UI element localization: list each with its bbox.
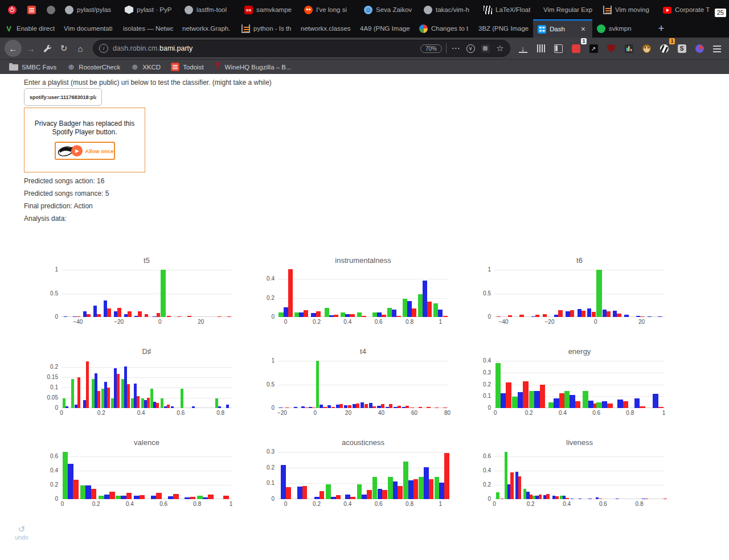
y-tick-label: 0	[255, 314, 275, 320]
badgerface-button[interactable]: 1	[657, 41, 671, 56]
hamburger-button[interactable]	[710, 41, 724, 56]
pinned-tab-power[interactable]	[2, 0, 22, 19]
bar	[623, 401, 629, 408]
tab-vim-moving[interactable]: Vim moving	[599, 0, 658, 19]
bar	[570, 395, 575, 408]
bar	[438, 310, 443, 317]
chart-title: valence	[62, 438, 232, 447]
gridline	[494, 385, 665, 385]
tab-enable-direct[interactable]: VEnable direct	[0, 19, 59, 38]
tab-corporate-t[interactable]: Corporate T	[658, 0, 718, 19]
tab-seva-zaikov[interactable]: ☺Seva Zaikov	[359, 0, 419, 19]
reload-button[interactable]: ↻	[56, 41, 71, 56]
toolbar-extension-area: ↓1↗1S	[515, 41, 724, 56]
tab-isolates-netwo[interactable]: isolates — Netwo	[118, 19, 178, 38]
pinned-tab-todoist[interactable]	[22, 0, 41, 19]
bar	[408, 480, 413, 499]
bar	[171, 406, 174, 408]
tab-title: Enable direct	[17, 25, 55, 32]
bookmark-star-icon[interactable]: ☆	[493, 41, 507, 56]
bookmark-todoist[interactable]: Todoist	[167, 61, 207, 73]
bookmark-xkcd[interactable]: ⊕XKCD	[127, 61, 164, 73]
tab-i-ve-long-si[interactable]: I've long si	[300, 0, 359, 19]
chart-valence[interactable]: valence00.20.40.600.20.40.60.81	[36, 435, 252, 526]
bar	[495, 363, 501, 408]
chart-t6[interactable]: t600.51−40−20020	[469, 253, 685, 344]
chart-liveness[interactable]: liveness00.20.40.600.20.40.60.8	[469, 435, 685, 526]
bar	[203, 497, 208, 500]
bar	[403, 462, 408, 499]
forward-button[interactable]: →	[23, 41, 38, 56]
chart-energy[interactable]: energy00.10.20.30.400.20.40.60.81	[469, 344, 685, 435]
tab-networkx-graph[interactable]: networkx.Graph.	[178, 19, 237, 38]
page-actions-icon[interactable]: ⋯	[448, 41, 463, 56]
sidebar-button[interactable]	[551, 41, 566, 56]
new-tab-button[interactable]: +	[652, 19, 671, 38]
screenshot-icon[interactable]	[478, 41, 493, 56]
home-button[interactable]: ⌂	[73, 41, 88, 56]
bar	[134, 496, 140, 499]
bookmark-winehq-bugzilla-b[interactable]: WineHQ Bugzilla – B...	[211, 61, 295, 73]
tab-changes-to-t[interactable]: Changes to t	[415, 19, 474, 38]
undo-button[interactable]: ↺ undo	[10, 525, 33, 541]
monkey-button[interactable]	[639, 41, 654, 56]
bar	[97, 314, 101, 317]
tab-takac-vim-h[interactable]: takac/vim-h	[419, 0, 479, 19]
bar	[581, 311, 585, 317]
external-button[interactable]: ↗	[586, 41, 601, 56]
bar	[427, 302, 432, 317]
bar	[603, 310, 607, 317]
tab-python-is-th[interactable]: python - Is th	[237, 19, 296, 38]
x-tick-label: 0	[148, 319, 173, 325]
pinned-tab-spotify-muted[interactable]	[41, 0, 60, 19]
chart-acousticness[interactable]: acousticness00.10.20.300.20.40.60.81	[252, 435, 469, 526]
chart-instrumentalness[interactable]: instrumentalness00.20.400.20.40.60.81	[252, 253, 469, 344]
zoom-level-indicator[interactable]: 70%	[420, 44, 442, 53]
chart-t5[interactable]: t500.51−40−20020	[36, 253, 252, 344]
bar	[506, 382, 511, 408]
url-bar[interactable]: i dash.robin.cm.bami.party 70% ⋯ ∨ ☆	[93, 40, 510, 57]
stylus-button[interactable]: S	[674, 41, 689, 56]
tab-pylast-pylas[interactable]: pylast/pylas	[60, 0, 120, 19]
tab-dash[interactable]: Dash×	[533, 19, 592, 38]
tab-close-icon[interactable]: ×	[579, 24, 588, 34]
chart-t4[interactable]: t400.51−20020406080	[252, 344, 469, 435]
allow-once-button[interactable]: ▶ Allow once	[55, 142, 115, 160]
bar	[85, 485, 91, 499]
bar	[356, 403, 359, 408]
tab-latex-float[interactable]: LaTeX/Float	[479, 0, 539, 19]
bar	[443, 407, 447, 408]
tab-lastfm-tool[interactable]: lastfm-tool	[180, 0, 240, 19]
bar	[596, 270, 602, 317]
bookmark-roostercheck[interactable]: ⊕RoosterCheck	[63, 61, 124, 73]
gridline	[62, 270, 232, 270]
download-button[interactable]: ↓	[515, 41, 530, 56]
ublock-button[interactable]	[604, 41, 619, 56]
devtools-wrench-icon[interactable]	[40, 41, 55, 56]
globe-icon: ⊕	[67, 63, 75, 71]
tab-svkmpn[interactable]: svkmpn	[592, 19, 652, 38]
chart-d[interactable]: D♯00.050.10.150.200.20.40.60.8	[36, 344, 252, 435]
tab-networkx-classes[interactable]: networkx.classes	[296, 19, 355, 38]
tab-4a9-png-image[interactable]: 4A9 (PNG Image,	[355, 19, 415, 38]
y-tick-label: 0.4	[472, 357, 491, 364]
grid-red-icon	[572, 44, 580, 53]
back-button[interactable]: ←	[5, 40, 22, 57]
site-info-icon[interactable]: i	[99, 44, 108, 53]
bar	[579, 499, 581, 500]
tab-samvkampe[interactable]: ossamvkampe	[240, 0, 300, 19]
tab-vim-documentati[interactable]: Vim documentati	[59, 19, 118, 38]
tab-3bz-png-image[interactable]: 3BZ (PNG Image,	[474, 19, 533, 38]
grid-red-button[interactable]: 1	[568, 41, 583, 56]
bar	[518, 476, 521, 499]
bar	[396, 316, 401, 317]
bar	[161, 270, 166, 317]
refined-button[interactable]	[692, 41, 707, 56]
pocket-icon[interactable]: ∨	[463, 41, 478, 56]
playlist-uri-input[interactable]	[24, 88, 102, 106]
tab-pylast-pyp[interactable]: pylast · PyP	[120, 0, 180, 19]
chart-ext-button[interactable]	[621, 41, 636, 56]
tab-vim-regular-exp[interactable]: Vim Regular Exp	[539, 0, 599, 19]
library-button[interactable]	[533, 41, 548, 56]
bookmark-smbc-favs[interactable]: SMBC Favs	[6, 61, 60, 73]
